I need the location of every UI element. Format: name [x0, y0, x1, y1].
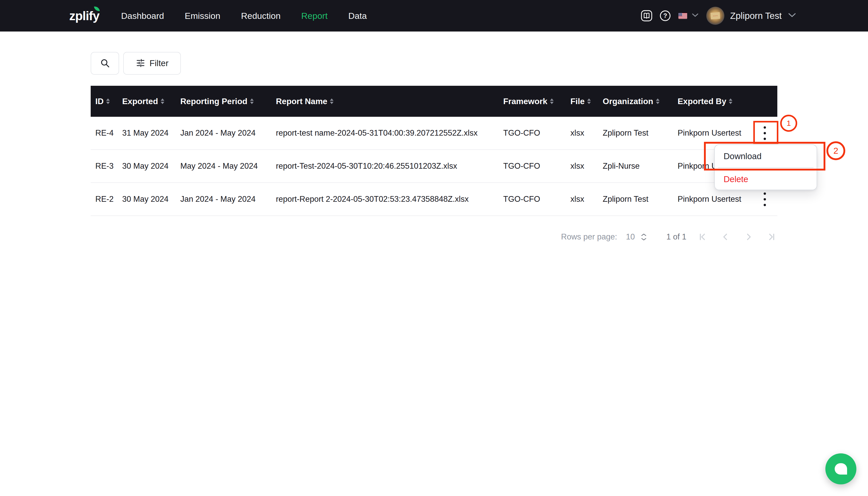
row-actions-kebab-icon[interactable]	[758, 188, 771, 211]
user-menu-chevron-down-icon[interactable]	[788, 13, 796, 19]
nav-item-report[interactable]: Report	[301, 11, 328, 21]
cell-exported: 30 May 2024	[119, 161, 177, 171]
nav-item-dashboard[interactable]: Dashboard	[121, 11, 164, 21]
annotation-step-2-badge: 2	[826, 141, 845, 160]
table-row: RE-2 30 May 2024 Jan 2024 - May 2024 rep…	[91, 183, 777, 216]
annotation-highlight-download	[704, 142, 825, 170]
top-nav: zplify Dashboard Emission Reduction Repo…	[0, 0, 868, 32]
pagination-bar: Rows per page: 10 1 of 1	[91, 229, 777, 245]
cell-file: xlsx	[567, 128, 600, 138]
help-icon[interactable]: ?	[659, 10, 671, 22]
flag-canton	[678, 13, 682, 16]
first-page-icon[interactable]	[697, 231, 708, 242]
brand-logo-text: zplify	[69, 9, 99, 23]
search-button[interactable]	[91, 52, 119, 75]
nav-item-data[interactable]: Data	[348, 11, 367, 21]
sort-icon	[106, 98, 110, 104]
table-header-row: ID Exported Reporting Period Report Name…	[91, 86, 777, 117]
cell-reporting-period: Jan 2024 - May 2024	[177, 195, 273, 204]
nav-item-reduction[interactable]: Reduction	[241, 11, 281, 21]
column-header-exported-by[interactable]: Exported By	[675, 97, 752, 106]
chat-widget-button[interactable]	[825, 453, 856, 484]
last-page-icon[interactable]	[766, 231, 777, 242]
cell-reporting-period: May 2024 - May 2024	[177, 161, 273, 171]
avatar-paper: ~~~	[710, 12, 720, 19]
cell-report-name: report-test name-2024-05-31T04:00:39.207…	[273, 128, 500, 138]
cell-id: RE-3	[91, 161, 119, 171]
cell-file: xlsx	[567, 195, 600, 204]
search-icon	[100, 58, 110, 69]
column-header-report-name[interactable]: Report Name	[273, 97, 500, 106]
rows-per-page-value[interactable]: 10	[626, 232, 635, 242]
cell-framework: TGO-CFO	[500, 195, 567, 204]
cell-reporting-period: Jan 2024 - May 2024	[177, 128, 273, 138]
language-chevron-down-icon[interactable]	[692, 13, 699, 18]
nav-right-group: ? ~~~ Zpliporn Test	[641, 7, 796, 25]
table-row: RE-3 30 May 2024 May 2024 - May 2024 rep…	[91, 150, 777, 183]
sort-icon	[161, 98, 164, 104]
table-toolbar: Filter	[91, 52, 777, 75]
nav-item-emission[interactable]: Emission	[185, 11, 220, 21]
cell-organization: Zpliporn Test	[600, 128, 675, 138]
rows-per-page-stepper[interactable]	[641, 233, 647, 241]
cell-framework: TGO-CFO	[500, 161, 567, 171]
next-page-icon[interactable]	[743, 231, 754, 242]
cell-organization: Zpliporn Test	[600, 195, 675, 204]
sort-icon	[587, 98, 591, 104]
sort-icon	[550, 98, 554, 104]
cell-report-name: report-Test-2024-05-30T10:20:46.25510120…	[273, 161, 500, 171]
pager-buttons	[697, 231, 777, 242]
cell-exported: 31 May 2024	[119, 128, 177, 138]
cell-exported-by: Pinkporn Usertest	[675, 128, 752, 138]
column-header-organization[interactable]: Organization	[600, 97, 675, 106]
column-header-file[interactable]: File	[567, 97, 600, 106]
previous-page-icon[interactable]	[720, 231, 731, 242]
sort-icon	[330, 98, 334, 104]
sort-icon	[656, 98, 660, 104]
column-header-reporting-period[interactable]: Reporting Period	[177, 97, 273, 106]
sort-icon	[250, 98, 254, 104]
page-info: 1 of 1	[666, 232, 686, 242]
rows-per-page-label: Rows per page:	[561, 232, 617, 242]
filter-button-label: Filter	[150, 58, 168, 68]
cell-report-name: report-Report 2-2024-05-30T02:53:23.4735…	[273, 195, 500, 204]
cell-exported-by: Pinkporn Usertest	[675, 195, 752, 204]
chat-bubble-icon	[835, 463, 847, 475]
column-header-exported[interactable]: Exported	[119, 97, 177, 106]
annotation-highlight-kebab	[753, 121, 778, 144]
language-flag-icon[interactable]	[678, 13, 687, 19]
column-header-framework[interactable]: Framework	[500, 97, 567, 106]
sort-icon	[729, 98, 732, 104]
cell-file: xlsx	[567, 161, 600, 171]
guide-book-icon[interactable]	[641, 10, 653, 22]
menu-item-delete[interactable]: Delete	[715, 168, 817, 190]
table-row: RE-4 31 May 2024 Jan 2024 - May 2024 rep…	[91, 117, 777, 150]
svg-text:?: ?	[663, 12, 667, 19]
user-avatar[interactable]: ~~~	[706, 7, 724, 25]
user-name[interactable]: Zpliporn Test	[730, 11, 782, 21]
cell-exported: 30 May 2024	[119, 195, 177, 204]
cell-id: RE-2	[91, 195, 119, 204]
filter-button[interactable]: Filter	[123, 52, 181, 75]
cell-framework: TGO-CFO	[500, 128, 567, 138]
report-page: Filter ID Exported Reporting Period Repo…	[91, 52, 777, 245]
column-header-id[interactable]: ID	[91, 97, 119, 106]
main-nav: Dashboard Emission Reduction Report Data	[121, 11, 367, 21]
reports-table: ID Exported Reporting Period Report Name…	[91, 86, 777, 216]
cell-organization: Zpli-Nurse	[600, 161, 675, 171]
cell-id: RE-4	[91, 128, 119, 138]
annotation-step-1-badge: 1	[780, 115, 797, 132]
brand-logo[interactable]: zplify	[69, 9, 99, 23]
filter-sliders-icon	[136, 58, 145, 69]
